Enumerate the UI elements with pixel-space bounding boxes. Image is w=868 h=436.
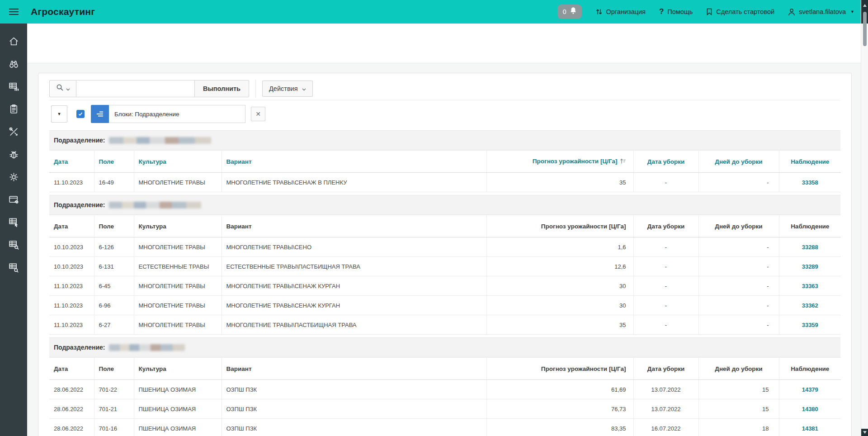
breadcrumb-strip <box>27 24 861 63</box>
column-header-label: Дата <box>54 158 68 165</box>
toolbar-divider <box>255 80 256 98</box>
observation-link[interactable]: 33359 <box>802 322 818 328</box>
scroll-up-arrow-icon[interactable] <box>863 4 867 7</box>
column-header-4[interactable]: Прогноз урожайности [Ц/Га] <box>486 151 633 173</box>
cell-0: 28.06.2022 <box>49 399 94 419</box>
sidebar-item-window-wrench[interactable] <box>0 188 27 211</box>
expand-filters-button[interactable]: ▼ <box>51 105 67 123</box>
observation-link[interactable]: 33289 <box>802 263 818 270</box>
column-header-7: Наблюдение <box>779 358 841 380</box>
cell-4: 30 <box>486 276 633 296</box>
column-header-2: Культура <box>134 215 222 237</box>
column-header-label: Дней до уборки <box>715 365 762 372</box>
column-header-1: Поле <box>94 358 134 380</box>
sidebar-item-home[interactable] <box>0 30 27 52</box>
sidebar-item-bug[interactable] <box>0 143 27 166</box>
notification-count-badge: 0 <box>563 8 566 15</box>
cell-4: 83,35 <box>486 419 633 436</box>
cell-0: 28.06.2022 <box>49 419 94 436</box>
cell-2: МНОГОЛЕТНИЕ ТРАВЫ <box>134 237 222 257</box>
cell-3: ОЗПШ ПЗК <box>222 419 486 436</box>
column-header-7[interactable]: Наблюдение <box>779 151 841 173</box>
cell-2: ЕСТЕСТВЕННЫЕ ТРАВЫ <box>134 257 222 276</box>
search-input[interactable] <box>76 80 195 97</box>
actions-button[interactable]: Действия <box>262 81 313 97</box>
observation-link[interactable]: 14381 <box>802 425 818 432</box>
cell-4: 12,6 <box>486 257 633 276</box>
app-header: Агроскаутинг 0 Организация ? Помощь Сдел… <box>0 0 868 24</box>
chevron-down-icon <box>66 85 70 93</box>
cell-5: - <box>633 315 698 335</box>
observation-link[interactable]: 33363 <box>802 283 818 289</box>
cell-1: 16-49 <box>94 173 134 192</box>
observation-link[interactable]: 14379 <box>802 386 818 393</box>
cell-0: 10.10.2023 <box>49 257 94 276</box>
caret-down-icon: ▼ <box>850 9 854 14</box>
cell-4: 61,69 <box>486 380 633 399</box>
column-header-0[interactable]: Дата <box>49 151 94 173</box>
user-menu[interactable]: svetlana.filatova ▼ <box>788 8 854 16</box>
observation-link[interactable]: 33288 <box>802 244 818 251</box>
cell-1: 701-22 <box>94 380 134 399</box>
scroll-down-arrow-icon[interactable] <box>863 431 867 434</box>
clipboard-icon <box>8 104 19 115</box>
cell-0: 11.10.2023 <box>49 296 94 315</box>
column-header-5[interactable]: Дата уборки <box>633 151 698 173</box>
cell-7: 14380 <box>779 399 841 419</box>
remove-break-button[interactable]: ✕ <box>251 107 265 121</box>
vertical-scrollbar[interactable] <box>861 0 868 436</box>
break-column-icon[interactable] <box>91 105 109 123</box>
hamburger-menu-icon[interactable] <box>6 4 22 19</box>
sidebar-item-binoculars[interactable] <box>0 52 27 75</box>
sidebar-item-report-cursor[interactable] <box>0 211 27 233</box>
observation-link[interactable]: 33358 <box>802 179 818 186</box>
cell-6: 15 <box>698 380 779 399</box>
column-header-1[interactable]: Поле <box>94 151 134 173</box>
sidebar-item-gear[interactable] <box>0 166 27 188</box>
observation-link[interactable]: 14380 <box>802 406 818 412</box>
cell-2: ПШЕНИЦА ОЗИМАЯ <box>134 419 222 436</box>
table-row: 11.10.20236-27МНОГОЛЕТНИЕ ТРАВЫМНОГОЛЕТН… <box>49 315 841 335</box>
sidebar-item-report-chart[interactable] <box>0 75 27 98</box>
column-header-3[interactable]: Вариант <box>222 151 486 173</box>
gear-icon <box>8 171 19 183</box>
table-row: 11.10.20236-45МНОГОЛЕТНИЕ ТРАВЫМНОГОЛЕТН… <box>49 276 841 296</box>
sidebar-item-clipboard[interactable] <box>0 98 27 120</box>
column-header-label: Культура <box>139 223 166 230</box>
cell-4: 35 <box>486 315 633 335</box>
column-header-6: Дней до уборки <box>698 358 779 380</box>
sidebar-item-report-search[interactable] <box>0 233 27 256</box>
scrollbar-thumb[interactable] <box>863 12 867 46</box>
cell-1: 6-96 <box>94 296 134 315</box>
cell-4: 1,6 <box>486 237 633 257</box>
column-header-6[interactable]: Дней до уборки <box>698 151 779 173</box>
search-options-button[interactable] <box>49 80 76 97</box>
cell-2: ПШЕНИЦА ОЗИМАЯ <box>134 399 222 419</box>
group-label: Подразделение: <box>54 201 105 209</box>
cell-2: МНОГОЛЕТНИЕ ТРАВЫ <box>134 276 222 296</box>
organization-menu-item[interactable]: Организация <box>595 8 646 15</box>
cell-1: 701-21 <box>94 399 134 419</box>
control-break-value[interactable]: Блоки: Подразделение <box>109 105 245 123</box>
execute-button[interactable]: Выполнить <box>194 80 249 97</box>
cell-6: - <box>698 276 779 296</box>
column-header-7: Наблюдение <box>779 215 841 237</box>
sidebar <box>0 24 27 436</box>
window-wrench-icon <box>8 194 19 205</box>
report-groups: Подразделение:ДатаПолеКультураВариантПро… <box>49 130 840 436</box>
cell-4: 76,73 <box>486 399 633 419</box>
sidebar-item-report-search-alt[interactable] <box>0 256 27 279</box>
redacted-division-name <box>109 137 211 144</box>
cell-2: ПШЕНИЦА ОЗИМАЯ <box>134 380 222 399</box>
make-start-page-menu-item[interactable]: Сделать стартовой <box>706 8 774 15</box>
sidebar-item-tools[interactable] <box>0 120 27 143</box>
cell-1: 701-16 <box>94 419 134 436</box>
column-header-2[interactable]: Культура <box>134 151 222 173</box>
help-menu-item[interactable]: ? Помощь <box>659 7 693 16</box>
cell-2: МНОГОЛЕТНИЕ ТРАВЫ <box>134 173 222 192</box>
observation-link[interactable]: 33362 <box>802 302 818 309</box>
actions-label: Действия <box>269 85 298 92</box>
break-enabled-checkbox[interactable] <box>76 110 85 118</box>
notifications-button[interactable]: 0 <box>557 5 582 19</box>
report-table: ДатаПолеКультураВариантПрогноз урожайнос… <box>49 150 841 192</box>
